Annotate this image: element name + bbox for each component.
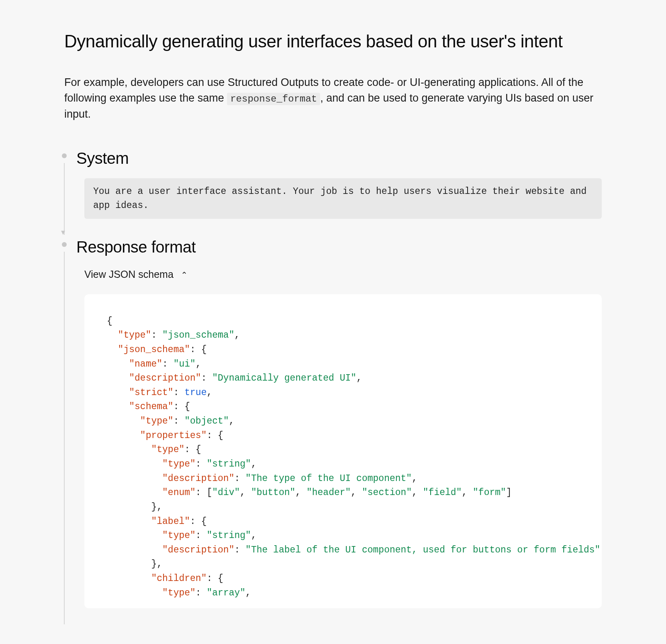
- timeline-dot-icon: [62, 242, 67, 247]
- toggle-label: View JSON schema: [84, 267, 174, 282]
- system-prompt-block: You are a user interface assistant. Your…: [84, 178, 602, 219]
- json-schema-code-block: { "type": "json_schema", "json_schema": …: [84, 294, 602, 609]
- timeline-line: [64, 252, 65, 624]
- section-heading-response-format: Response format: [76, 235, 602, 259]
- timeline-line: [64, 163, 65, 235]
- intro-paragraph: For example, developers can use Structur…: [64, 75, 602, 122]
- timeline-dot-icon: [62, 153, 67, 158]
- page-title: Dynamically generating user interfaces b…: [64, 28, 602, 55]
- timeline-item-system: ▾ System You are a user interface assist…: [76, 146, 602, 219]
- arrow-down-icon: ▾: [61, 226, 65, 238]
- timeline-item-response-format: Response format View JSON schema ⌄ { "ty…: [76, 235, 602, 608]
- inline-code-response-format: response_format: [227, 93, 320, 105]
- section-heading-system: System: [76, 146, 602, 170]
- view-json-schema-toggle[interactable]: View JSON schema ⌄: [84, 267, 602, 282]
- chevron-up-icon: ⌄: [181, 269, 188, 281]
